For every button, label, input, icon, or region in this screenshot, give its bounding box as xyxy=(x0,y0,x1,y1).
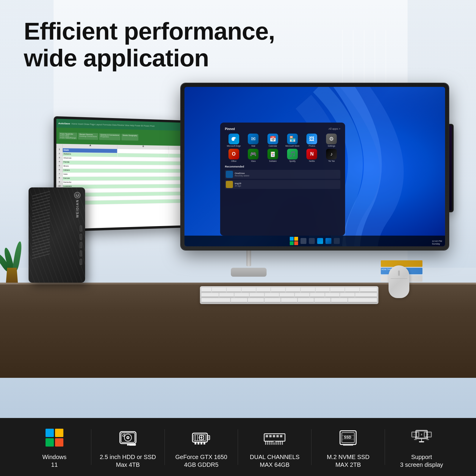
feature-bar: Windows11 2.5 inch HDD or SSDMax 4TB xyxy=(0,418,476,476)
mouse xyxy=(389,265,409,298)
feature-ssd-label: M.2 NVME SSDMAX 2TB xyxy=(327,453,369,469)
app-spotify: 🎵 Spotify xyxy=(284,149,301,162)
svg-rect-41 xyxy=(278,441,279,445)
key-d xyxy=(250,293,264,298)
feature-3screen: 1 2 3 Support3 screen display xyxy=(385,426,458,469)
key-v xyxy=(281,298,297,303)
app-netflix: N Netflix xyxy=(303,149,321,162)
title-line1: Efficient performance, xyxy=(24,18,275,45)
svg-text:1: 1 xyxy=(414,433,415,436)
key-y xyxy=(286,288,300,292)
mini-pc-unit: WEIDIAN xyxy=(29,187,85,283)
search-taskbar-icon[interactable] xyxy=(300,238,306,244)
title-section: Efficient performance, wide application xyxy=(24,18,275,71)
mail-taskbar-icon[interactable] xyxy=(325,238,331,244)
app-solitaire: 🃏 Solitaire xyxy=(264,149,282,162)
key-caps xyxy=(201,293,219,298)
key-r xyxy=(256,288,271,292)
key-f xyxy=(265,293,279,298)
windows-logo-icon xyxy=(46,429,63,447)
key-t xyxy=(271,288,285,292)
main-monitor-bezel: Pinned All apps > Microsoft Edge xyxy=(181,83,449,250)
keyboard-body xyxy=(200,286,378,304)
svg-rect-35 xyxy=(265,441,266,445)
key-g xyxy=(280,293,294,298)
svg-rect-61 xyxy=(419,441,424,442)
main-monitor-screen: Pinned All apps > Microsoft Edge xyxy=(184,87,445,246)
ram-icon xyxy=(263,429,286,446)
svg-rect-42 xyxy=(280,441,281,445)
feature-windows: Windows11 xyxy=(18,426,91,469)
stand-base xyxy=(231,268,267,277)
svg-rect-43 xyxy=(282,441,283,445)
key-a xyxy=(219,293,234,298)
key-o xyxy=(330,288,345,292)
key-s xyxy=(234,293,249,298)
mouse-body xyxy=(389,265,409,298)
pc-body: WEIDIAN xyxy=(29,187,85,283)
feature-gpu-label: GeForce GTX 16504GB GDDR5 xyxy=(175,453,227,469)
main-container: Efficient performance, wide application xyxy=(0,0,476,476)
windows-icon-area xyxy=(43,426,66,450)
key-z xyxy=(231,298,247,303)
feature-ram: DUAL CHANNELSMAX 64GB xyxy=(238,426,311,469)
svg-text:3: 3 xyxy=(427,433,428,436)
gpu-icon xyxy=(191,427,212,448)
key-i xyxy=(316,288,330,292)
svg-rect-36 xyxy=(267,441,268,445)
key-p xyxy=(345,288,359,292)
app-grid: Microsoft Edge ✉ Mail 📅 xyxy=(225,134,340,162)
key-k xyxy=(325,293,340,298)
svg-rect-34 xyxy=(280,435,282,437)
start-button-taskbar[interactable] xyxy=(290,237,298,245)
svg-point-9 xyxy=(123,435,124,436)
svg-rect-50 xyxy=(343,444,353,446)
key-q xyxy=(212,288,226,292)
svg-rect-27 xyxy=(201,442,202,444)
leaf-2 xyxy=(12,241,23,271)
app-edge: Microsoft Edge xyxy=(225,134,243,147)
win-square-yellow xyxy=(55,429,63,437)
svg-rect-10 xyxy=(129,444,136,446)
app-store: 🏪 Microsoft Store xyxy=(284,134,301,147)
svg-rect-2 xyxy=(29,187,85,283)
app-photos: 🖼 Photos xyxy=(303,134,321,147)
key-row-2 xyxy=(201,293,377,298)
win-square-blue xyxy=(46,429,54,437)
svg-rect-31 xyxy=(269,435,272,437)
key-b xyxy=(298,298,314,303)
ram-icon-area xyxy=(263,426,286,450)
feature-hdd: 2.5 inch HDD or SSDMax 4TB xyxy=(91,426,165,469)
app-settings: ⚙ Settings xyxy=(322,134,340,147)
key-x xyxy=(248,298,264,303)
svg-rect-32 xyxy=(273,435,275,437)
key-e xyxy=(242,288,256,292)
key-backspace xyxy=(360,288,377,292)
svg-rect-44 xyxy=(274,441,275,442)
svg-rect-30 xyxy=(266,435,268,437)
folder-taskbar-icon[interactable] xyxy=(334,238,340,244)
svg-point-11 xyxy=(127,444,129,446)
plant-pot xyxy=(6,268,18,283)
app-office: O Office xyxy=(225,149,243,162)
mouse-scroll-wheel xyxy=(398,270,400,276)
app-mail: ✉ Mail xyxy=(245,134,262,147)
edge-taskbar-icon[interactable] xyxy=(317,238,323,244)
start-menu-header: Pinned All apps > xyxy=(225,127,340,131)
taskview-icon[interactable] xyxy=(309,238,315,244)
win-square-red xyxy=(55,438,63,447)
hdd-icon-area xyxy=(116,426,140,450)
svg-point-7 xyxy=(127,437,129,438)
key-h xyxy=(295,293,309,298)
title-line2: wide application xyxy=(24,45,275,71)
screen-display-icon: 1 2 3 xyxy=(411,429,432,447)
svg-text:2: 2 xyxy=(421,433,422,436)
key-n xyxy=(314,298,331,303)
svg-rect-37 xyxy=(269,441,270,445)
feature-gpu: GeForce GTX 16504GB GDDR5 xyxy=(165,426,238,469)
ssd-icon-area: SSD xyxy=(336,426,360,450)
plant-leaves xyxy=(1,223,22,271)
key-rshift xyxy=(348,298,377,303)
start-menu: Pinned All apps > Microsoft Edge xyxy=(220,123,345,236)
key-u xyxy=(301,288,315,292)
